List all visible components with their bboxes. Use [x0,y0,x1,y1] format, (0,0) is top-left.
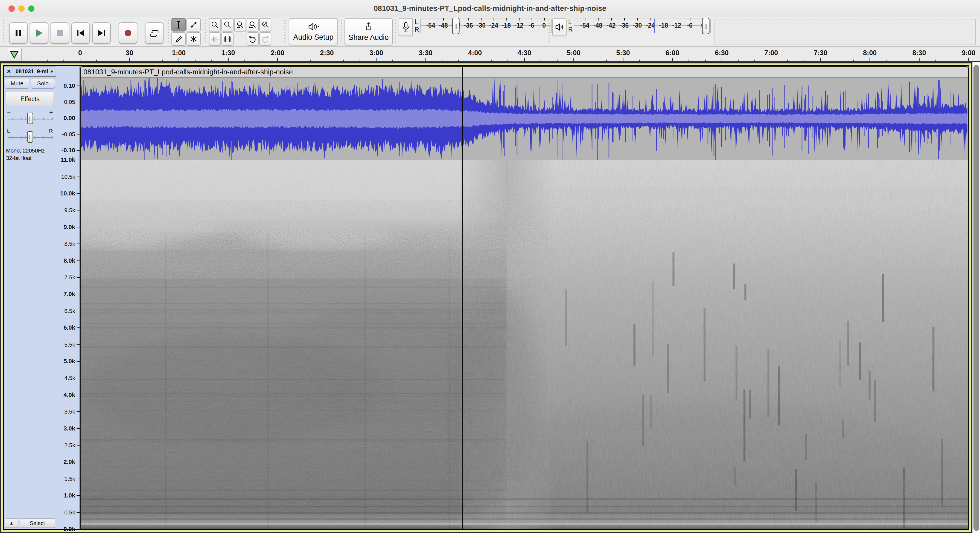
undo-icon [248,35,257,43]
toolbar-grip[interactable] [168,20,169,43]
select-track-button[interactable]: Select [20,519,55,528]
vertical-scale-ruler[interactable]: 0.100.050.00-0.05-0.1011.0k10.5k10.0k9.5… [56,66,80,529]
effects-button[interactable]: Effects [6,92,54,106]
timeline-label: 8:30 [912,49,926,57]
play-button[interactable] [30,22,48,44]
gain-slider[interactable]: − + [5,109,55,125]
meter-channel-right: R [415,26,419,33]
collapse-track-button[interactable]: ▲ [5,519,18,528]
share-audio-button[interactable]: Share Audio [345,18,393,45]
gain-minus-label: − [7,109,11,116]
meter-scale-number: 0 [542,22,546,29]
meter-scale-number: -6 [528,22,534,29]
track-name-menu[interactable]: 081031_9-mi▼ [14,67,56,76]
playback-meter-speaker-button[interactable] [552,18,566,36]
skip-to-end-button[interactable] [92,22,111,44]
toolbar-grip[interactable] [205,20,205,43]
sample-rate-label: Mono, 22050Hz [6,147,45,154]
redo-button[interactable] [259,32,271,46]
close-track-button[interactable]: × [4,67,14,76]
timeline-label: 1:30 [221,49,235,57]
meter-scale-number: -30 [633,22,642,29]
draw-tool-button[interactable] [172,32,186,46]
audio-clip[interactable]: 081031_9-minutes-PT_Lpod-calls-midnight-… [80,66,969,529]
record-button[interactable] [119,22,137,44]
meter-scale-number: -18 [502,22,511,29]
pan-slider-thumb[interactable] [27,131,33,143]
timeline-label: 5:00 [567,49,581,57]
playback-meter[interactable]: LR -54-48-42-36-30-24-18-12-60 [552,18,711,36]
recording-meter-mic-button[interactable] [399,18,413,36]
audio-track: × 081031_9-mi▼ Mute Solo Effects − + [3,65,969,530]
timeline-label: 1:00 [172,49,186,57]
silence-audio-button[interactable] [221,32,234,46]
timeline-label: 3:00 [369,49,383,57]
draw-tool-icon [175,35,183,43]
timeline-label: 9:00 [962,49,975,57]
trim-audio-button[interactable] [209,32,221,46]
multi-tool-button[interactable] [186,32,201,46]
pan-slider[interactable]: L R [5,128,55,144]
zoom-toggle-icon [261,21,269,29]
meter-scale-number: -6 [687,22,692,29]
toolbar-grip[interactable] [549,20,550,43]
toolbar-grip[interactable] [285,20,285,43]
recording-meter[interactable]: LR -54-48-42-36-30-24-18-12-60 [399,18,552,36]
playback-meter-scale[interactable]: -54-48-42-36-30-24-18-12-60 [574,18,711,34]
undo-button[interactable] [247,32,259,46]
pause-button[interactable] [9,22,28,44]
loop-icon [149,28,159,38]
waveform-view[interactable] [81,78,968,160]
meter-channel-right: R [568,26,573,33]
timeline-label: 7:00 [764,49,778,57]
skip-to-start-button[interactable] [72,22,90,44]
window-title: 081031_9-minutes-PT_Lpod-calls-midnight-… [0,0,980,17]
envelope-tool-button[interactable] [186,18,201,32]
timeline-label: 4:30 [518,49,531,57]
spectrogram-view[interactable] [81,160,968,528]
toolbar: Audio Setup Share Audio LR -54-48-42-36-… [0,17,980,46]
track-control-panel: × 081031_9-mi▼ Mute Solo Effects − + [4,66,56,529]
timeline-label: 2:00 [271,49,285,57]
sample-format-label: 32-bit float [6,154,45,162]
skip-to-start-icon [76,29,85,38]
timeline-label: 30 [126,49,134,57]
track-content[interactable]: 081031_9-minutes-PT_Lpod-calls-midnight-… [80,66,969,529]
zoom-out-button[interactable] [221,18,234,32]
zoom-toggle-button[interactable] [259,18,271,32]
playback-cursor[interactable] [462,66,463,529]
toolbar-grip[interactable] [3,20,4,43]
solo-button[interactable]: Solo [31,78,55,89]
toolbar-grip[interactable] [395,20,396,43]
pan-left-label: L [7,128,10,134]
mute-button[interactable]: Mute [5,78,29,89]
clip-title[interactable]: 081031_9-minutes-PT_Lpod-calls-midnight-… [81,67,968,78]
stop-icon [55,29,65,38]
meter-scale-number: -12 [514,22,523,29]
meter-channel-left: L [568,18,573,26]
track-header: × 081031_9-mi▼ [4,66,56,76]
fit-project-button[interactable] [247,18,259,32]
panel-bottom-row: ▲ Select [5,519,55,528]
recording-meter-scale[interactable]: -54-48-42-36-30-24-18-12-60 [420,18,552,34]
timeline-label: 4:00 [468,49,482,57]
fit-selection-button[interactable] [234,18,246,32]
meter-volume-slider-thumb[interactable] [452,18,460,34]
meter-volume-slider-thumb[interactable] [702,18,710,34]
gain-slider-thumb[interactable] [27,113,33,124]
loop-button[interactable] [145,22,164,44]
track-area: × 081031_9-mi▼ Mute Solo Effects − + [0,62,972,533]
audio-setup-button[interactable]: Audio Setup [289,18,338,45]
toolbar-grip[interactable] [341,20,342,43]
stop-button[interactable] [51,22,69,44]
meter-scale-number: -54 [426,22,435,29]
pinned-play-head-button[interactable] [7,48,22,62]
vertical-scrollbar-thumb[interactable] [974,65,979,531]
audacity-window: 081031_9-minutes-PT_Lpod-calls-midnight-… [0,0,980,533]
vertical-scrollbar[interactable] [972,62,980,533]
timeline-ruler[interactable]: 0301:001:302:002:303:003:304:004:305:005… [0,46,980,62]
fit-project-icon [248,21,257,29]
zoom-in-button[interactable] [209,18,221,32]
meter-scale-number: -36 [464,22,473,29]
selection-tool-button[interactable] [172,18,186,32]
